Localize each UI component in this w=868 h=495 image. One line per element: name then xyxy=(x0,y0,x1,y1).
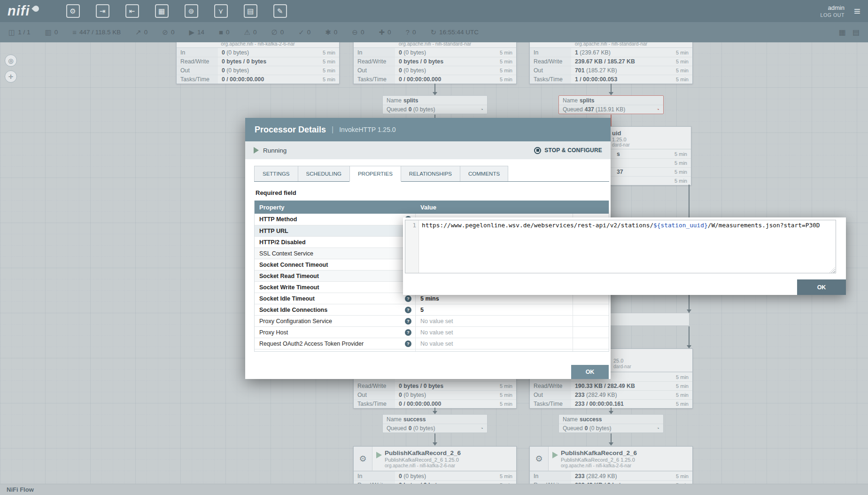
property-value[interactable]: No value set xyxy=(416,327,573,338)
property-value[interactable]: 5 xyxy=(416,304,573,315)
property-name: Proxy Host xyxy=(259,329,288,336)
processor-status-row: Running STOP & CONFIGURE xyxy=(245,141,611,159)
running-state-icon xyxy=(254,147,259,154)
dialog-title: Processor Details xyxy=(255,125,326,135)
column-value: Value xyxy=(416,204,609,211)
dialog-ok-button[interactable]: OK xyxy=(571,365,609,379)
help-icon[interactable]: ? xyxy=(405,307,411,313)
property-name: HTTP/2 Disabled xyxy=(259,239,306,246)
value-editor-input[interactable]: https://www.pegelonline.wsv.de/webservic… xyxy=(419,220,836,273)
tab-relationships[interactable]: RELATIONSHIPS xyxy=(401,166,460,181)
editor-ok-button[interactable]: OK xyxy=(797,279,846,295)
nifi-app: nifi ⚙⇥⇤▦⊚⋎▤✎ admin LOG OUT ≡ ◫ 1 / 1 ▥ … xyxy=(0,0,868,495)
dialog-header: Processor Details | InvokeHTTP 1.25.0 xyxy=(245,118,611,141)
property-name: HTTP URL xyxy=(259,228,288,234)
value-editor[interactable]: 1 https://www.pegelonline.wsv.de/webserv… xyxy=(405,220,836,273)
tab-scheduling[interactable]: SCHEDULING xyxy=(298,166,350,181)
property-row[interactable]: Proxy Configuration Service ? No value s… xyxy=(255,315,609,326)
property-value[interactable]: No value set xyxy=(416,349,573,352)
stop-configure-icon xyxy=(534,147,541,154)
dialog-subtitle: InvokeHTTP 1.25.0 xyxy=(339,126,395,133)
help-icon[interactable]: ? xyxy=(405,295,411,302)
property-name: Proxy Configuration Service xyxy=(259,318,332,325)
stop-configure-button[interactable]: STOP & CONFIGURE xyxy=(534,147,602,154)
help-icon[interactable]: ? xyxy=(405,340,411,347)
property-name: Socket Idle Connections xyxy=(259,307,327,313)
tab-settings[interactable]: SETTINGS xyxy=(254,166,298,181)
property-row[interactable]: Request OAuth2 Access Token Provider ? N… xyxy=(255,338,609,349)
property-name: SSL Context Service xyxy=(259,250,313,257)
property-value[interactable]: No value set xyxy=(416,316,573,326)
tab-comments[interactable]: COMMENTS xyxy=(460,166,508,181)
property-row[interactable]: Socket Idle Connections ? 5 xyxy=(255,304,609,315)
help-icon[interactable]: ? xyxy=(405,318,411,325)
properties-table-header: Property Value xyxy=(255,201,609,214)
expression-language-token: ${station_uuid} xyxy=(653,222,708,229)
title-separator: | xyxy=(332,125,333,134)
property-name: Socket Idle Timeout xyxy=(259,295,315,302)
property-name: Request OAuth2 Access Token Provider xyxy=(259,340,364,347)
property-name: Socket Read Timeout xyxy=(259,273,319,279)
run-status-text: Running xyxy=(263,147,287,154)
help-icon[interactable]: ? xyxy=(405,329,411,336)
property-name: Socket Connect Timeout xyxy=(259,262,328,268)
tab-properties[interactable]: PROPERTIES xyxy=(349,166,401,182)
required-field-label: Required field xyxy=(256,189,611,196)
dialog-tabs: SETTINGSSCHEDULINGPROPERTIESRELATIONSHIP… xyxy=(254,166,609,182)
help-icon[interactable]: ? xyxy=(405,352,411,352)
column-property: Property xyxy=(255,204,416,211)
property-value[interactable]: No value set xyxy=(416,338,573,349)
value-editor-popup: 1 https://www.pegelonline.wsv.de/webserv… xyxy=(403,217,846,295)
property-name: HTTP Method xyxy=(259,216,297,223)
property-row[interactable]: ? No value set xyxy=(255,349,609,352)
line-number-gutter: 1 xyxy=(405,220,419,273)
property-row[interactable]: Proxy Host ? No value set xyxy=(255,326,609,338)
property-name: Socket Write Timeout xyxy=(259,284,319,291)
